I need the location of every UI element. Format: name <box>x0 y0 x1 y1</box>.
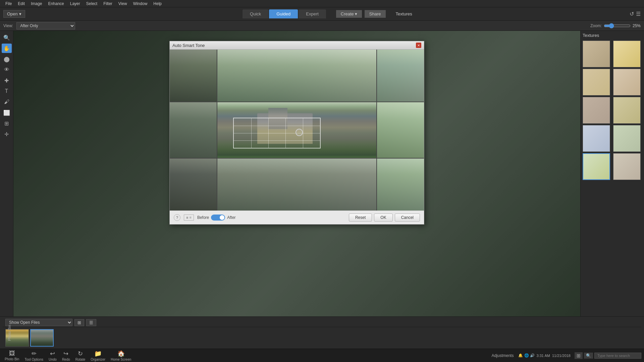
texture-item[interactable] <box>613 69 641 96</box>
share-button[interactable]: Share <box>365 10 386 18</box>
system-icons: 🔔 🌐 🔊 <box>518 353 534 358</box>
home-icon: 🏠 <box>117 350 125 357</box>
help-button[interactable]: ? <box>174 214 180 221</box>
system-tray: 🔔 🌐 🔊 3:31 AM 11/21/2018 <box>518 353 571 358</box>
tone-thumb-top-mid[interactable] <box>217 50 376 102</box>
undo-icon: ↩ <box>50 350 55 357</box>
texture-item[interactable] <box>583 153 610 180</box>
ast-footer: ? ≡ = Before After Reset OK Cancel <box>170 210 424 224</box>
right-panel: Textures <box>580 31 644 316</box>
tone-thumb-tr[interactable] <box>377 50 424 102</box>
grid-cursor[interactable] <box>296 129 303 136</box>
menu-edit[interactable]: Edit <box>15 1 28 7</box>
redo-icon: ↪ <box>63 350 68 357</box>
texture-item[interactable] <box>583 69 610 96</box>
ok-button[interactable]: OK <box>374 214 392 222</box>
tone-thumb-mid-left[interactable] <box>170 102 217 158</box>
texture-item[interactable] <box>583 125 610 152</box>
grid-line <box>303 118 303 147</box>
main-church-display <box>217 102 376 158</box>
cancel-button[interactable]: Cancel <box>395 214 420 222</box>
ast-main-image[interactable] <box>217 102 376 158</box>
menu-bar: File Edit Image Enhance Layer Select Fil… <box>0 0 644 7</box>
second-toolbar: View: After Only Before Only Before & Af… <box>0 21 644 31</box>
tone-thumb-bl[interactable] <box>170 159 217 210</box>
tone-thumb-mid-right[interactable] <box>377 102 424 158</box>
grid-line <box>234 126 320 126</box>
texture-item[interactable] <box>613 125 641 152</box>
taskbar-redo[interactable]: ↪ Redo <box>60 349 72 362</box>
view-select[interactable]: After Only Before Only Before & After - … <box>16 22 75 29</box>
texture-item[interactable] <box>583 97 610 124</box>
start-button[interactable]: ⊞ <box>575 352 583 359</box>
eraser-tool[interactable]: ⬜ <box>2 108 12 117</box>
create-button[interactable]: Create▾ <box>336 10 362 18</box>
taskbar-organizer[interactable]: 📁 Organizer <box>89 349 107 362</box>
zoom-slider[interactable] <box>604 23 631 28</box>
tab-guided[interactable]: Guided <box>269 9 298 18</box>
hand-tool[interactable]: ✋ <box>2 44 12 53</box>
taskbar-undo[interactable]: ↩ Undo <box>47 349 59 362</box>
filmstrip-view-button[interactable]: ⊞ <box>74 319 84 326</box>
taskbar: 🖼 Photo Bin ✏ Tool Options ↩ Undo ↪ Redo… <box>0 349 644 362</box>
text-tool[interactable]: T <box>2 86 12 96</box>
grid-line <box>268 118 269 147</box>
taskbar-tool-options[interactable]: ✏ Tool Options <box>22 349 45 362</box>
filmstrip-list-button[interactable]: ☰ <box>86 319 96 326</box>
quick-select-tool[interactable]: ⬤ <box>2 54 12 64</box>
textures-header: Textures <box>583 33 642 38</box>
texture-item[interactable] <box>583 41 610 67</box>
texture-item[interactable] <box>613 153 641 180</box>
tone-thumb-tl[interactable] <box>170 50 217 102</box>
ast-titlebar[interactable]: Auto Smart Tone ✕ <box>170 41 424 50</box>
taskbar-home-label: Home Screen <box>111 358 131 361</box>
selection-grid <box>233 118 321 148</box>
windows-search-input[interactable] <box>594 353 641 359</box>
taskbar-redo-label: Redo <box>62 358 70 361</box>
move-tool[interactable]: ✛ <box>2 129 12 139</box>
taskbar-photo-bin[interactable]: 🖼 Photo Bin <box>3 349 21 362</box>
layers-button[interactable]: ≡ = <box>184 215 194 221</box>
tab-expert[interactable]: Expert <box>299 9 326 18</box>
reset-button[interactable]: Reset <box>349 214 372 222</box>
crop-tool[interactable]: ⊞ <box>2 119 12 128</box>
tone-thumb-br[interactable] <box>377 159 424 210</box>
menu-file[interactable]: File <box>3 1 14 7</box>
photo-bin-icon: 🖼 <box>9 350 15 357</box>
menu-image[interactable]: Image <box>28 1 45 7</box>
texture-grid <box>583 41 642 180</box>
ast-close-button[interactable]: ✕ <box>416 43 421 48</box>
eye-tool[interactable]: 👁 <box>2 65 12 74</box>
menu-view[interactable]: View <box>116 1 130 7</box>
taskbar-rotate[interactable]: ↻ Rotate <box>73 349 87 362</box>
zoom-tool[interactable]: 🔍 <box>2 33 12 42</box>
texture-item[interactable] <box>613 41 641 67</box>
taskbar-rotate-label: Rotate <box>75 358 85 361</box>
filmstrip-thumb-2[interactable] <box>30 329 54 347</box>
menu-window[interactable]: Window <box>130 1 150 7</box>
menu-help[interactable]: Help <box>151 1 164 7</box>
menu-enhance[interactable]: Enhance <box>45 1 66 7</box>
before-after-switch[interactable] <box>211 215 225 221</box>
ast-title: Auto Smart Tone <box>172 43 205 48</box>
photo-filmstrip <box>3 328 641 347</box>
menu-filter[interactable]: Filter <box>101 1 115 7</box>
before-label: Before <box>197 215 209 220</box>
menu-select[interactable]: Select <box>84 1 100 7</box>
textures-refresh-icon[interactable]: ↺ <box>630 11 634 17</box>
grid-line <box>285 118 286 147</box>
textures-menu-icon[interactable]: ☰ <box>636 11 641 17</box>
create-share: Create▾ Share <box>336 10 386 18</box>
open-button[interactable]: Open ▾ <box>3 10 25 18</box>
tone-thumb-bot-mid[interactable] <box>217 159 376 210</box>
tab-quick[interactable]: Quick <box>243 9 268 18</box>
texture-item[interactable] <box>613 97 641 124</box>
taskbar-home-screen[interactable]: 🏠 Home Screen <box>109 349 133 362</box>
cortana-button[interactable]: 🔍 <box>584 353 593 359</box>
brush-tool[interactable]: 🖌 <box>2 97 12 107</box>
healing-tool[interactable]: ✚ <box>2 76 12 85</box>
bottom-panel: Show Open Files ⊞ ☰ Photo Bin <box>0 316 644 349</box>
menu-layer[interactable]: Layer <box>67 1 83 7</box>
open-dropdown-icon[interactable]: ▾ <box>19 11 21 16</box>
show-open-files-select[interactable]: Show Open Files <box>5 319 72 326</box>
